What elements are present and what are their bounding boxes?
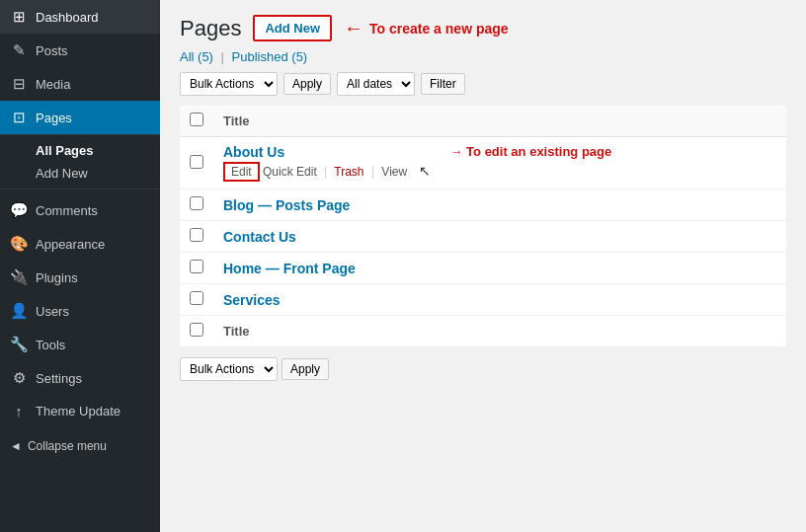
sidebar-item-add-new[interactable]: Add New — [0, 162, 160, 185]
view-link[interactable]: View — [381, 165, 407, 179]
quick-edit-link[interactable]: Quick Edit — [263, 165, 317, 179]
date-select[interactable]: All dates — [337, 72, 415, 96]
page-header: Pages Add New ← To create a new page — [180, 15, 786, 41]
filter-bar-bottom: Bulk Actions Apply — [180, 357, 786, 381]
table-row: Title — [180, 316, 786, 347]
sidebar-item-label: Pages — [36, 111, 72, 125]
bulk-actions-bottom: Bulk Actions — [180, 357, 278, 381]
sidebar-item-users[interactable]: 👤 Users — [0, 294, 160, 328]
footer-title-label: Title — [223, 324, 250, 339]
sidebar-item-settings[interactable]: ⚙ Settings — [0, 361, 160, 395]
bulk-actions-select-top[interactable]: Bulk Actions — [180, 72, 278, 96]
page-filter-links: All (5) | Published (5) — [180, 49, 786, 64]
annotation-text: To create a new page — [369, 21, 509, 37]
page-title-services[interactable]: Services — [223, 292, 281, 308]
pages-table: Title About Us Edit — [180, 106, 786, 347]
plugins-icon: 🔌 — [10, 268, 28, 286]
posts-icon: ✎ — [10, 41, 28, 59]
page-title-blog[interactable]: Blog — Posts Page — [223, 197, 350, 213]
page-title: Pages — [180, 16, 241, 41]
row-actions-about-us: Edit Quick Edit | Trash | View ↖ — [223, 162, 431, 182]
tools-icon: 🔧 — [10, 336, 28, 353]
page-title-contact-us[interactable]: Contact Us — [223, 229, 296, 245]
collapse-icon: ◄ — [10, 439, 22, 453]
bulk-actions-top: Bulk Actions — [180, 72, 278, 96]
settings-icon: ⚙ — [10, 369, 28, 387]
row-title-cell: Contact Us — [213, 221, 786, 253]
row-checkbox-cell — [180, 221, 213, 253]
sidebar-item-label: Settings — [36, 371, 82, 386]
sidebar-item-label: Appearance — [36, 237, 105, 252]
row-checkbox-cell — [180, 137, 213, 190]
title-col-header: Title — [213, 106, 786, 137]
sidebar: ⊞ Dashboard ✎ Posts ⊟ Media ⊡ Pages All … — [0, 0, 160, 532]
cursor-indicator: ↖ — [419, 163, 431, 179]
filter-bar-top: Bulk Actions Apply All dates Filter — [180, 72, 786, 96]
arrow-right-icon: ← — [344, 17, 363, 39]
collapse-menu-label: Collapse menu — [28, 439, 107, 453]
row-checkbox[interactable] — [190, 291, 203, 305]
table-row: Home — Front Page — [180, 253, 786, 284]
select-all-checkbox[interactable] — [190, 113, 203, 126]
row-checkbox-cell — [180, 190, 213, 221]
sidebar-item-theme-update[interactable]: ↑ Theme Update — [0, 395, 160, 427]
sidebar-item-label: Dashboard — [36, 10, 99, 25]
trash-link[interactable]: Trash — [334, 165, 363, 179]
sidebar-item-media[interactable]: ⊟ Media — [0, 67, 160, 101]
theme-update-icon: ↑ — [10, 403, 28, 419]
sidebar-item-dashboard[interactable]: ⊞ Dashboard — [0, 0, 160, 34]
row-checkbox-cell — [180, 253, 213, 284]
sidebar-item-pages[interactable]: ⊡ Pages — [0, 101, 160, 134]
sidebar-item-label: Comments — [36, 203, 98, 218]
sidebar-item-all-pages[interactable]: All Pages — [0, 139, 160, 162]
sidebar-item-label: Plugins — [36, 270, 78, 285]
bulk-actions-select-bottom[interactable]: Bulk Actions — [180, 357, 278, 381]
comments-icon: 💬 — [10, 201, 28, 219]
sidebar-item-label: Tools — [36, 338, 65, 352]
sidebar-item-appearance[interactable]: 🎨 Appearance — [0, 227, 160, 261]
row-title-cell: Blog — Posts Page — [213, 190, 786, 221]
dashboard-icon: ⊞ — [10, 8, 28, 26]
table-row: About Us Edit Quick Edit | Trash | View … — [180, 137, 786, 190]
sidebar-item-posts[interactable]: ✎ Posts — [0, 34, 160, 67]
users-icon: 👤 — [10, 302, 28, 320]
row-checkbox[interactable] — [190, 228, 203, 242]
row-title-cell: Title — [213, 316, 786, 347]
main-content: Pages Add New ← To create a new page All… — [160, 0, 806, 532]
pages-icon: ⊡ — [10, 109, 28, 126]
collapse-menu-button[interactable]: ◄ Collapse menu — [0, 431, 160, 461]
row-checkbox[interactable] — [190, 155, 203, 169]
appearance-icon: 🎨 — [10, 235, 28, 253]
row-title-cell: Home — Front Page — [213, 253, 786, 284]
pages-submenu: All Pages Add New — [0, 134, 160, 189]
table-row: Services — [180, 284, 786, 316]
select-all-col — [180, 106, 213, 137]
sidebar-item-tools[interactable]: 🔧 Tools — [0, 328, 160, 361]
apply-button-bottom[interactable]: Apply — [282, 358, 329, 380]
page-title-home[interactable]: Home — Front Page — [223, 261, 356, 276]
table-row: Blog — Posts Page — [180, 190, 786, 221]
sidebar-bottom: 💬 Comments 🎨 Appearance 🔌 Plugins 👤 User… — [0, 189, 160, 431]
apply-button-top[interactable]: Apply — [283, 73, 331, 95]
all-pages-link[interactable]: All (5) — [180, 49, 213, 64]
sidebar-item-label: Users — [36, 304, 69, 319]
table-row: Contact Us — [180, 221, 786, 253]
sidebar-item-plugins[interactable]: 🔌 Plugins — [0, 261, 160, 294]
edit-button[interactable]: Edit — [223, 162, 260, 182]
row-checkbox-cell — [180, 316, 213, 347]
row-title-cell: About Us Edit Quick Edit | Trash | View … — [213, 137, 786, 190]
sidebar-item-label: Theme Update — [36, 404, 121, 418]
page-title-about-us[interactable]: About Us — [223, 144, 431, 160]
sidebar-item-comments[interactable]: 💬 Comments — [0, 193, 160, 227]
date-filter: All dates — [337, 72, 415, 96]
row-checkbox[interactable] — [190, 196, 203, 210]
row-checkbox-cell — [180, 284, 213, 316]
row-title-cell: Services — [213, 284, 786, 316]
add-new-annotation: ← To create a new page — [344, 17, 509, 39]
add-new-button[interactable]: Add New — [253, 15, 332, 41]
row-checkbox[interactable] — [190, 323, 203, 337]
media-icon: ⊟ — [10, 75, 28, 93]
row-checkbox[interactable] — [190, 260, 203, 273]
filter-button[interactable]: Filter — [421, 73, 465, 95]
published-pages-link[interactable]: Published (5) — [232, 49, 308, 64]
